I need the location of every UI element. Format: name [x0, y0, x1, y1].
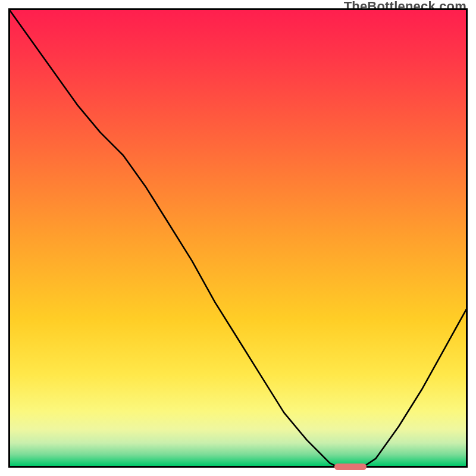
optimal-band-marker [334, 464, 367, 470]
bottleneck-curve-path [8, 8, 468, 468]
curve-layer [8, 8, 468, 468]
plot-area [8, 8, 468, 468]
chart-stage: TheBottleneck.com [0, 0, 476, 476]
